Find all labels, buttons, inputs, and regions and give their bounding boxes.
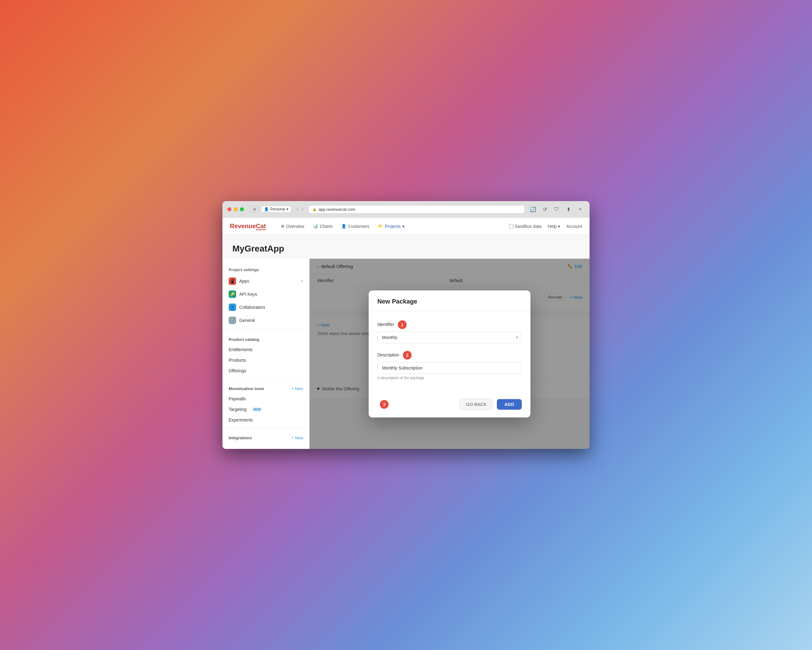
nav-customers[interactable]: 👤 Customers [341, 224, 369, 229]
new-tab-icon[interactable]: + [576, 205, 585, 214]
product-catalog-section: Product catalog [223, 332, 309, 344]
translate-icon[interactable]: 🔄 [528, 205, 537, 214]
sidebar-apps-label: Apps [239, 278, 249, 284]
nav-projects[interactable]: 📁 Projects ▾ [378, 224, 405, 229]
description-hint: A description of the package [377, 376, 522, 380]
page-title: MyGreatApp [232, 244, 580, 254]
step-badge-1: 1 [398, 320, 407, 329]
sidebar-products-label: Products [229, 358, 246, 362]
logo[interactable]: RevenueCat [230, 223, 266, 230]
modal-body: Identifier 1 Monthly Annual Lifetime Wee… [369, 312, 530, 394]
nav-help[interactable]: Help ▾ [548, 224, 560, 229]
nav-overview[interactable]: ⊞ Overview [281, 224, 304, 229]
maximize-button[interactable] [240, 207, 244, 211]
identifier-select-wrapper: Monthly Annual Lifetime Weekly Custom ▾ [377, 332, 522, 343]
nav-account[interactable]: Account [566, 224, 582, 229]
identifier-select[interactable]: Monthly Annual Lifetime Weekly Custom [377, 332, 522, 343]
add-button[interactable]: ADD [497, 399, 522, 410]
profile-label: Personal [270, 207, 285, 211]
nav-charts-label: Charts [320, 224, 333, 229]
sidebar-experiments-label: Experiments [229, 418, 253, 422]
apikeys-icon: 🔑 [229, 291, 236, 298]
charts-icon: 📊 [313, 224, 318, 228]
monetization-new-link[interactable]: + New [292, 386, 303, 391]
lock-icon: 🔒 [312, 207, 317, 211]
modal-overlay: New Package Identifier 1 Monthly [310, 259, 589, 449]
nav-help-label: Help [548, 224, 557, 229]
sidebar-item-entitlements[interactable]: Entitlements [223, 344, 309, 355]
browser-actions: 🔄 ↺ 🛡 ⬆ + [528, 205, 585, 214]
sidebar-divider-1 [223, 329, 309, 330]
sidebar-collaborators-label: Collaborators [239, 305, 265, 310]
projects-dropdown-icon: ▾ [402, 224, 404, 229]
nav-sandbox[interactable]: Sandbox data [509, 224, 541, 229]
sidebar-item-paywalls[interactable]: Paywalls [223, 393, 309, 404]
modal-title: New Package [377, 298, 522, 305]
description-input[interactable] [377, 362, 522, 374]
sidebar-item-apikeys[interactable]: 🔑 API Keys [223, 288, 309, 301]
sidebar-item-general[interactable]: ⚙️ General [223, 314, 309, 327]
sidebar-paywalls-label: Paywalls [229, 396, 246, 401]
apps-icon: 📱 [229, 277, 236, 285]
integrations-label: Integrations [229, 436, 252, 440]
refresh-icon[interactable]: ↺ [540, 205, 549, 214]
nav-charts[interactable]: 📊 Charts [313, 224, 333, 229]
nav-links: ⊞ Overview 📊 Charts 👤 Customers 📁 Projec… [281, 224, 509, 229]
apps-arrow-icon: ▾ [301, 279, 303, 283]
close-button[interactable] [227, 207, 232, 211]
nav-account-label: Account [566, 224, 582, 229]
projects-icon: 📁 [378, 224, 383, 228]
sidebar-offerings-label: Offerings [229, 368, 246, 373]
sandbox-checkbox [509, 224, 513, 228]
minimize-button[interactable] [234, 207, 238, 211]
sidebar-item-collaborators[interactable]: 👤 Collaborators [223, 301, 309, 314]
nav-arrows: ‹ › [295, 206, 305, 213]
nav-customers-label: Customers [348, 224, 369, 229]
description-form-group: Description 2 A description of the packa… [377, 351, 522, 380]
content-area: ‹ default Offering ✏️ Edit Identifier de… [310, 259, 589, 449]
tab-grid-icon[interactable]: ⊞ [250, 206, 259, 212]
forward-button[interactable]: › [301, 206, 305, 213]
url-text: app.revenuecat.com [319, 207, 355, 212]
browser-controls: ⊞ 👤 Personal ▾ [250, 206, 291, 213]
sidebar-general-label: General [239, 318, 255, 323]
sidebar-item-experiments[interactable]: Experiments [223, 414, 309, 425]
modal-footer: 3 GO BACK ADD [369, 394, 530, 418]
nav-overview-label: Overview [286, 224, 304, 229]
app-navbar: RevenueCat ⊞ Overview 📊 Charts 👤 Custome… [223, 217, 589, 235]
sidebar-apikeys-label: API Keys [239, 292, 257, 297]
monetization-tools-section: Monetization tools + New [223, 381, 309, 393]
sidebar-entitlements-label: Entitlements [229, 347, 253, 352]
new-package-modal: New Package Identifier 1 Monthly [369, 291, 530, 418]
share-icon[interactable]: ⬆ [564, 205, 573, 214]
sidebar-item-offerings[interactable]: Offerings [223, 366, 309, 376]
app-content: RevenueCat ⊞ Overview 📊 Charts 👤 Custome… [223, 217, 589, 449]
traffic-lights [227, 207, 244, 211]
back-button[interactable]: ‹ [295, 206, 299, 213]
sidebar-item-apps[interactable]: 📱 Apps ▾ [223, 275, 309, 288]
shield-icon[interactable]: 🛡 [552, 205, 561, 214]
chevron-down-icon: ▾ [287, 207, 288, 211]
go-back-button[interactable]: GO BACK [459, 399, 493, 410]
main-layout: Project settings 📱 Apps ▾ 🔑 API Keys 👤 C… [223, 259, 589, 449]
sidebar-item-products[interactable]: Products [223, 355, 309, 366]
page-header: MyGreatApp [223, 235, 589, 259]
sidebar-item-targeting[interactable]: Targeting NEW [223, 404, 309, 414]
step-badge-3: 3 [380, 400, 389, 409]
targeting-new-badge: NEW [252, 407, 263, 412]
integrations-new-link[interactable]: + New [292, 436, 303, 440]
address-bar[interactable]: 🔒 app.revenuecat.com [308, 205, 525, 214]
nav-right: Sandbox data Help ▾ Account [509, 224, 582, 229]
identifier-form-label: Identifier 1 [377, 320, 522, 329]
nav-sandbox-label: Sandbox data [514, 224, 541, 229]
collaborators-icon: 👤 [229, 303, 236, 311]
modal-header: New Package [369, 291, 530, 312]
project-settings-label: Project settings [223, 265, 309, 275]
monetization-tools-label: Monetization tools [229, 386, 264, 391]
help-chevron-icon: ▾ [558, 224, 560, 229]
browser-titlebar: ⊞ 👤 Personal ▾ ‹ › 🔒 app.revenuecat.com … [223, 201, 589, 217]
browser-window: ⊞ 👤 Personal ▾ ‹ › 🔒 app.revenuecat.com … [223, 201, 589, 449]
profile-pill[interactable]: 👤 Personal ▾ [261, 206, 291, 213]
profile-icon: 👤 [264, 207, 269, 211]
sidebar: Project settings 📱 Apps ▾ 🔑 API Keys 👤 C… [223, 259, 310, 449]
